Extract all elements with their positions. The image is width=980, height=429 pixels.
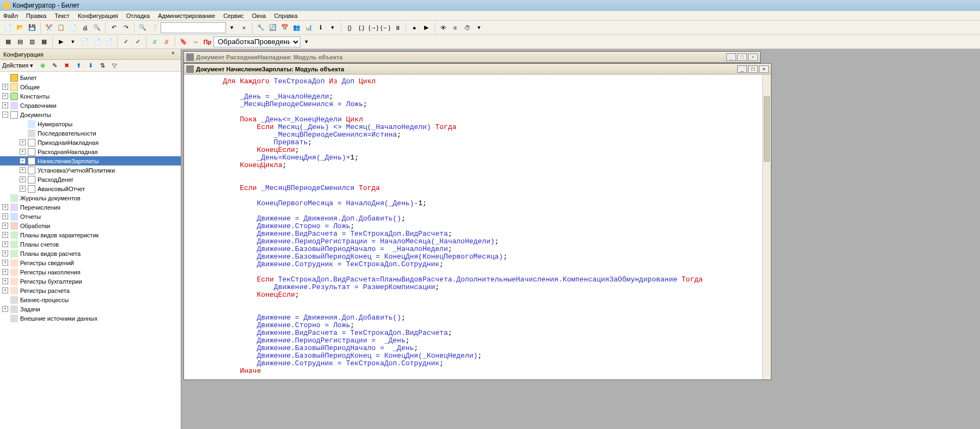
code-line[interactable]: Движение = Движения.Доп.Добавить(); — [206, 215, 771, 223]
tree-item[interactable]: +Регистры бухгалтерии — [0, 277, 181, 286]
tree-item[interactable]: +РасходнаяНакладная — [0, 147, 181, 156]
procedure-dropdown-icon[interactable]: ▾ — [301, 36, 312, 47]
action-add-icon[interactable]: ⊕ — [38, 61, 47, 71]
mdi-window-rashodnaya[interactable]: Документ РасходнаяНакладная: Модуль объе… — [183, 51, 761, 63]
find-icon[interactable]: 🔍 — [137, 22, 148, 33]
maximize-icon[interactable]: □ — [748, 65, 758, 73]
mdi-titlebar-nachislenie[interactable]: Документ НачислениеЗарплаты: Модуль объе… — [184, 64, 771, 75]
menu-file[interactable]: Файл — [3, 13, 18, 19]
tree-item[interactable]: +РасходДенег — [0, 175, 181, 184]
code-line[interactable]: _День = _НачалоНедели; — [206, 93, 771, 101]
tree-item[interactable]: +Константы — [0, 91, 181, 101]
toolbar-dropdown-icon[interactable]: ▾ — [327, 22, 338, 33]
tree-item[interactable]: +Отчеты — [0, 212, 181, 221]
code-line[interactable]: КонецЦикла; — [206, 162, 771, 169]
tool-syntax2-icon[interactable]: ✓ — [132, 36, 143, 47]
code-line[interactable]: _День=КонецДня(_День)+1; — [206, 154, 771, 162]
tree-item[interactable]: +Планы счетов — [0, 240, 181, 249]
code-line[interactable] — [206, 169, 771, 177]
code-line[interactable] — [206, 299, 771, 307]
tool-form2-icon[interactable]: ▥ — [27, 36, 38, 47]
tree-expander-icon[interactable]: + — [20, 149, 26, 155]
tree-item[interactable]: Внешние источники данных — [0, 314, 181, 323]
tree-expander-icon[interactable]: + — [2, 250, 8, 256]
tree-item[interactable]: +Задачи — [0, 304, 181, 314]
code-line[interactable]: Иначе — [206, 367, 771, 375]
print-icon[interactable]: 🖨 — [79, 22, 90, 33]
menu-debug[interactable]: Отладка — [126, 13, 150, 19]
code-line[interactable]: КонецЕсли; — [206, 291, 771, 299]
help-icon[interactable]: ❔ — [149, 22, 160, 33]
code-line[interactable]: Если Месяц(_День) <> Месяц(_НачалоНедели… — [206, 124, 771, 131]
close-icon[interactable]: × — [748, 53, 758, 61]
tree-expander-icon[interactable]: + — [2, 102, 8, 108]
tree-item[interactable]: Последовательности — [0, 128, 181, 138]
procedure-select[interactable]: ОбработкаПроведения — [213, 36, 301, 47]
tree-expander-icon[interactable]: + — [2, 241, 8, 247]
tree-expander-icon[interactable]: + — [2, 269, 8, 275]
search-close-icon[interactable]: × — [238, 22, 249, 33]
new-file-icon[interactable]: 📄 — [3, 22, 14, 33]
tool-run-icon[interactable]: ▶ — [56, 36, 66, 47]
toolbar-info-icon[interactable]: ℹ — [315, 22, 326, 33]
code-line[interactable]: Движение.ПериодРегистрации = _День; — [206, 337, 771, 345]
undo-icon[interactable]: ↶ — [108, 22, 119, 33]
action-edit-icon[interactable]: ✎ — [50, 61, 59, 71]
code-line[interactable]: Движение.ПериодРегистрации = НачалоМесяц… — [206, 238, 771, 246]
code-line[interactable]: Движение.БазовыйПериодНачало = _НачалоНе… — [206, 246, 771, 253]
tree-expander-icon[interactable]: + — [2, 223, 8, 229]
code-line[interactable]: КонецПервогоМесяца = НачалоДня(_День)-1; — [206, 200, 771, 207]
tree-item[interactable]: +Планы видов характеристик — [0, 230, 181, 240]
tree-item[interactable]: +АвансовыйОтчет — [0, 184, 181, 193]
toolbar-users-icon[interactable]: 👥 — [291, 22, 302, 33]
debug-stop-icon[interactable]: ⏸ — [392, 22, 403, 33]
tree-item[interactable]: +ПриходнаяНакладная — [0, 138, 181, 147]
code-line[interactable]: _МесяцВПериодеСменился=Истина; — [206, 131, 771, 139]
menu-text[interactable]: Текст — [54, 13, 70, 19]
vertical-scrollbar[interactable] — [762, 75, 771, 379]
code-line[interactable]: КонецЕсли; — [206, 146, 771, 154]
code-line[interactable]: Движение.БазовыйПериодНачало = _День; — [206, 345, 771, 352]
tree-expander-icon[interactable]: + — [2, 260, 8, 266]
tree-item[interactable]: +Перечисления — [0, 203, 181, 212]
tree-item[interactable]: Бизнес-процессы — [0, 295, 181, 304]
toolbar-refresh-icon[interactable]: 🔄 — [267, 22, 278, 33]
debug-step4-icon[interactable]: {←} — [380, 22, 391, 33]
code-line[interactable] — [206, 177, 771, 185]
tree-item[interactable]: +НачислениеЗарплаты — [0, 156, 181, 166]
config-tree[interactable]: Билет+Общие+Константы+Справочники−Докуме… — [0, 72, 181, 429]
action-delete-icon[interactable]: ✖ — [62, 61, 71, 71]
debug-step3-icon[interactable]: {→} — [368, 22, 379, 33]
debug-perf-dropdown-icon[interactable]: ▾ — [474, 22, 485, 33]
tree-expander-icon[interactable]: + — [20, 167, 26, 173]
tool-module3-icon[interactable]: 📄 — [103, 36, 114, 47]
code-line[interactable]: Движение.Сторно = Ложь; — [206, 223, 771, 230]
debug-break-icon[interactable]: ● — [409, 22, 420, 33]
debug-watch-icon[interactable]: 👁 — [438, 22, 449, 33]
close-icon[interactable]: × — [759, 65, 769, 73]
cut-icon[interactable]: ✂️ — [44, 22, 54, 33]
code-line[interactable] — [206, 192, 771, 200]
menu-edit[interactable]: Правка — [26, 13, 46, 19]
tool-form3-icon[interactable]: ▦ — [39, 36, 50, 47]
tree-item[interactable]: +Обработки — [0, 221, 181, 230]
tree-expander-icon[interactable]: + — [2, 204, 8, 210]
tree-expander-icon[interactable]: + — [2, 213, 8, 219]
menu-help[interactable]: Справка — [274, 13, 297, 19]
tool-comment-icon[interactable]: // — [149, 36, 160, 47]
tree-expander-icon[interactable]: + — [2, 232, 8, 238]
code-line[interactable]: Если _МесяцВПериодеСменился Тогда — [206, 185, 771, 192]
tree-item[interactable]: −Документы — [0, 110, 181, 119]
minimize-icon[interactable]: _ — [726, 53, 736, 61]
code-line[interactable]: Движение.ВидРасчета = ТекСтрокаДоп.ВидРа… — [206, 230, 771, 238]
menu-admin[interactable]: Администрирование — [158, 13, 215, 19]
tool-uncomment-icon[interactable]: // — [161, 36, 172, 47]
tool-module1-icon[interactable]: 📄 — [79, 36, 90, 47]
toolbar-tool1-icon[interactable]: 🔧 — [255, 22, 266, 33]
debug-stack-icon[interactable]: ≡ — [450, 22, 461, 33]
tool-bookmark-icon[interactable]: 🔖 — [178, 36, 189, 47]
preview-icon[interactable]: 🔍 — [91, 22, 102, 33]
copy-icon[interactable]: 📋 — [56, 22, 66, 33]
tree-expander-icon[interactable]: + — [2, 93, 8, 99]
code-line[interactable]: Движение.Сторно = Ложь; — [206, 322, 771, 329]
